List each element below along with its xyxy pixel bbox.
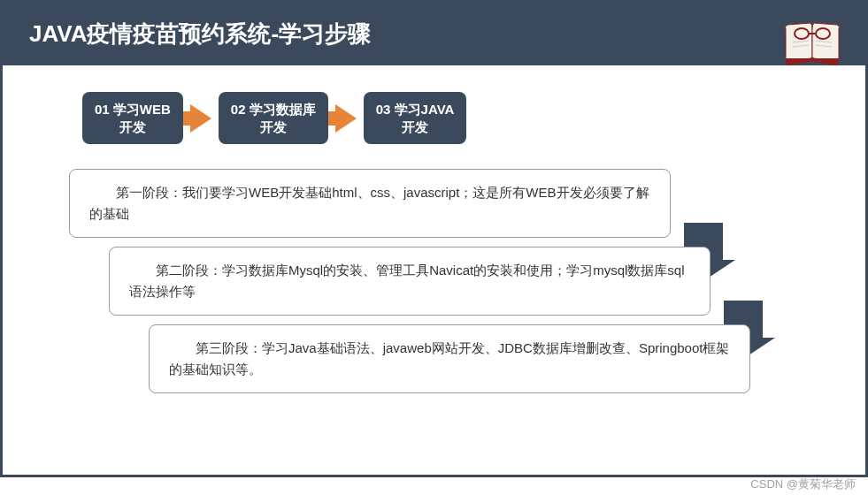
step-3-line2: 开发 [376, 118, 455, 136]
step-3-line1: 03 学习JAVA [376, 101, 455, 118]
book-icon [777, 16, 848, 75]
phase-3-text: 第三阶段：学习Java基础语法、javaweb网站开发、JDBC数据库增删改查、… [169, 340, 729, 377]
phase-2-text: 第二阶段：学习数据库Mysql的安装、管理工具Navicat的安装和使用；学习m… [129, 263, 685, 299]
arrow-icon [335, 104, 357, 133]
slide-header: JAVA疫情疫苗预约系统-学习步骤 [3, 3, 865, 65]
phase-3-box: 第三阶段：学习Java基础语法、javaweb网站开发、JDBC数据库增删改查、… [149, 324, 750, 393]
slide-title: JAVA疫情疫苗预约系统-学习步骤 [29, 20, 371, 47]
step-1-line2: 开发 [95, 118, 171, 136]
step-1-line1: 01 学习WEB [95, 101, 171, 118]
phase-1-text: 第一阶段：我们要学习WEB开发基础html、css、javascript；这是所… [89, 185, 649, 221]
watermark: CSDN @黄菊华老师 [750, 476, 856, 492]
arrow-icon [190, 104, 211, 133]
phase-2-box: 第二阶段：学习数据库Mysql的安装、管理工具Navicat的安装和使用；学习m… [109, 247, 711, 316]
steps-row: 01 学习WEB 开发 02 学习数据库 开发 03 学习JAVA 开发 [82, 92, 812, 144]
slide-content: 01 学习WEB 开发 02 学习数据库 开发 03 学习JAVA 开发 第一阶… [3, 65, 865, 420]
step-2-line1: 02 学习数据库 [231, 101, 316, 118]
phase-1-box: 第一阶段：我们要学习WEB开发基础html、css、javascript；这是所… [69, 169, 671, 238]
slide-container: JAVA疫情疫苗预约系统-学习步骤 01 学习WEB 开发 [0, 0, 868, 477]
step-box-2: 02 学习数据库 开发 [219, 92, 328, 144]
step-2-line2: 开发 [231, 118, 316, 136]
step-box-1: 01 学习WEB 开发 [82, 92, 183, 144]
step-box-3: 03 学习JAVA 开发 [364, 92, 467, 144]
